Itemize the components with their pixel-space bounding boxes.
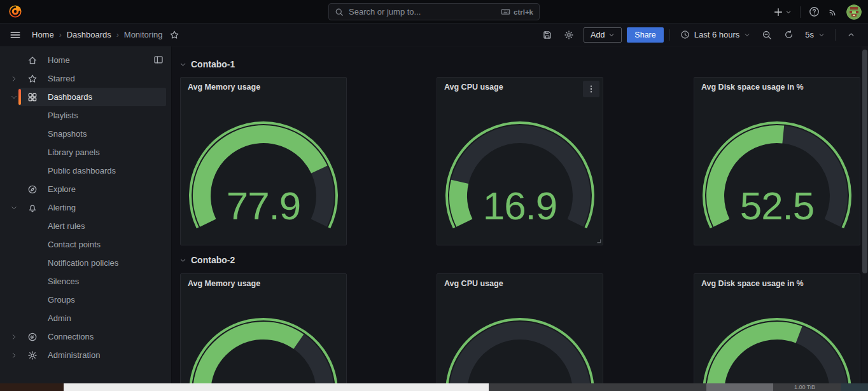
sidebar-item-groups[interactable]: Groups (0, 291, 171, 309)
grafana-logo[interactable] (8, 4, 22, 18)
panel-title[interactable]: Avg Memory usage (181, 274, 346, 293)
sidebar-item-contact-points[interactable]: Contact points (0, 235, 171, 254)
sidebar-item-notification-policies[interactable]: Notification policies (0, 254, 171, 272)
panel-title[interactable]: Avg Disk space usage in % (694, 78, 860, 97)
new-button[interactable] (773, 7, 792, 17)
sidebar-item-library-panels[interactable]: Library panels (0, 143, 171, 161)
shortcut-label: ctrl+k (514, 8, 533, 16)
chevron-down-icon (818, 32, 825, 38)
gauge-chart: 16.9 (444, 97, 597, 240)
kebab-icon (586, 84, 596, 94)
gauge-value: 16.9 (483, 184, 557, 228)
dashboard-row-header[interactable]: Contabo-2 (179, 255, 235, 265)
search-input[interactable]: Search or jump to... ctrl+k (328, 3, 540, 20)
panel-title-text: Avg Disk space usage in % (701, 279, 804, 288)
gauge-chart: 77.9 (187, 97, 340, 240)
panel-menu-button[interactable] (583, 81, 599, 97)
panel-resize-handle[interactable] (594, 237, 602, 244)
collapse-menu-button[interactable] (153, 55, 164, 65)
sidebar-item-label: Notification policies (48, 258, 118, 268)
sidebar-item-explore[interactable]: Explore (0, 180, 171, 198)
vertical-scrollbar-thumb[interactable] (862, 50, 867, 273)
share-button[interactable]: Share (627, 27, 663, 43)
sidebar-item-snapshots[interactable]: Snapshots (0, 125, 171, 143)
gauge-chart: 52.5 (701, 97, 854, 240)
sidebar-item-dashboards[interactable]: Dashboards (0, 88, 171, 106)
breadcrumb-current: Monitoring (124, 30, 163, 39)
scrollbar-corner (0, 383, 64, 391)
plus-icon (773, 7, 783, 17)
sidebar-item-label: Home (48, 55, 70, 65)
refresh-button[interactable] (779, 26, 798, 44)
chevron-right-icon[interactable] (5, 352, 23, 359)
panel-title[interactable]: Avg Memory usage (181, 78, 346, 97)
panel-title-text: Avg CPU usage (444, 83, 503, 92)
add-panel-button[interactable]: Add (584, 27, 622, 43)
star-icon (27, 74, 38, 84)
gear-icon (564, 30, 574, 40)
scrollbar-segment (841, 383, 868, 391)
save-dashboard-button[interactable] (538, 26, 557, 44)
chevron-down-icon (179, 257, 186, 264)
help-button[interactable] (809, 3, 820, 21)
sidebar-item-silences[interactable]: Silences (0, 272, 171, 291)
sidebar-item-label: Administration (48, 350, 100, 360)
chevron-right-icon (10, 333, 18, 341)
sidebar-item-starred[interactable]: Starred (0, 69, 171, 88)
breadcrumb-home[interactable]: Home (32, 30, 54, 39)
dashboard-settings-button[interactable] (559, 26, 578, 44)
panel-title[interactable]: Avg Disk space usage in % (694, 274, 860, 293)
gauge-chart (444, 293, 597, 391)
chevron-right-icon[interactable] (5, 75, 23, 83)
save-icon (542, 30, 552, 40)
sidebar-item-connections[interactable]: Connections (0, 327, 171, 346)
menu-toggle-button[interactable] (10, 29, 21, 41)
time-range-picker[interactable]: Last 6 hours (676, 26, 755, 44)
favorite-star-button[interactable] (169, 30, 179, 40)
topnav-actions (773, 0, 862, 24)
sidebar-item-home[interactable]: Home (0, 51, 171, 69)
panel-title[interactable]: Avg CPU usage (437, 78, 603, 97)
sidebar-item-public-dashboards[interactable]: Public dashboards (0, 161, 171, 180)
sidebar-item-label: Contact points (48, 240, 101, 249)
cog-icon (27, 350, 38, 360)
sidebar-item-administration[interactable]: Administration (0, 346, 171, 364)
news-button[interactable] (828, 3, 838, 21)
chevron-right-icon[interactable] (5, 333, 23, 341)
panel-title[interactable]: Avg CPU usage (437, 274, 603, 293)
panel-title-text: Avg Disk space usage in % (701, 83, 804, 92)
chevron-down-icon[interactable] (5, 204, 23, 212)
refresh-interval-dropdown[interactable]: 5s (801, 26, 829, 44)
bell-icon (27, 203, 38, 213)
breadcrumb-separator: › (59, 31, 62, 39)
zoom-out-button[interactable] (757, 26, 776, 44)
top-navbar: Search or jump to... ctrl+k (0, 0, 868, 24)
sidebar-item-alerting[interactable]: Alerting (0, 198, 171, 217)
sidebar-item-label: Explore (48, 184, 76, 194)
horizontal-scrollbar[interactable]: 1.00 TiB (0, 383, 868, 391)
help-icon (809, 6, 820, 17)
breadcrumb-dashboards[interactable]: Dashboards (67, 30, 111, 39)
collapse-toolbar-button[interactable] (841, 26, 860, 44)
user-avatar[interactable] (846, 4, 862, 20)
resize-corner-icon (594, 237, 602, 244)
caret-up-icon (847, 31, 855, 39)
vertical-scrollbar[interactable] (862, 46, 868, 383)
time-range-label: Last 6 hours (694, 30, 740, 39)
sidebar-item-playlists[interactable]: Playlists (0, 106, 171, 125)
sidebar-item-label: Connections (48, 332, 94, 341)
chevron-down-icon[interactable] (5, 93, 23, 101)
panel-avg-cpu-usage: Avg CPU usage16.9 (437, 77, 603, 245)
gauge-chart (187, 293, 340, 391)
chevron-down-icon (10, 204, 18, 212)
panel-title-text: Avg Memory usage (188, 83, 260, 92)
sidebar-item-label: Alert rules (48, 221, 85, 231)
divider (835, 29, 836, 41)
cog-icon (27, 350, 38, 360)
chevron-down-icon (608, 32, 615, 38)
dashboard-row-header[interactable]: Contabo-1 (179, 59, 235, 69)
sidebar-item-admin[interactable]: Admin (0, 309, 171, 327)
dock-icon (153, 55, 164, 65)
sidebar-item-alert-rules[interactable]: Alert rules (0, 217, 171, 235)
horizontal-scrollbar-thumb[interactable] (64, 383, 489, 391)
